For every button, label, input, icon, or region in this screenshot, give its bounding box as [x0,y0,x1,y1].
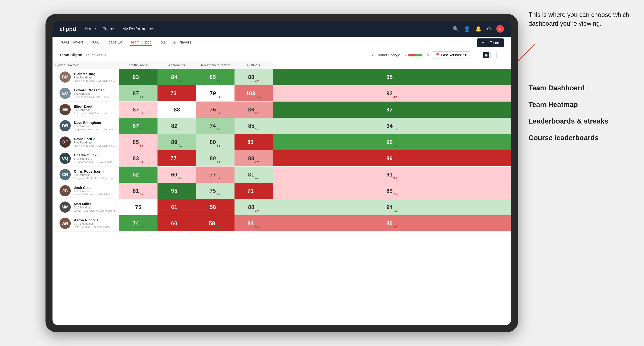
col-header-around-green[interactable]: Around the Green ▾ [196,61,234,69]
player-handicap: 1-5 Handicap [74,190,116,193]
player-name: Elliot Ebert [74,105,116,109]
table-container[interactable]: Player Quality ▾ Off the Tee ▾ Approach … [52,61,511,325]
last-rounds-label: Last Rounds: [441,53,462,57]
player-name: Edward Crossman [74,88,116,92]
score-change: 5▲ [393,112,398,115]
player-cell-0[interactable]: BM Blair McHarg Plus Handicap Royal Nort… [52,69,119,85]
player-cell-9[interactable]: AN Aaron Nicholls 11-15 Handicap Drift G… [52,215,119,231]
verified-icon: ✓ [93,138,95,141]
data-table-area: Player Quality ▾ Off the Tee ▾ Approach … [52,61,511,325]
player-cell-1[interactable]: EC Edward Crossman 1-5 Handicap Sunningd… [52,85,119,102]
download-icon[interactable]: ↓ [498,52,504,58]
player-handicap: 11-15 Handicap [74,222,110,225]
score-change: 3▼ [393,95,398,99]
player-cell-8[interactable]: MM Matt Miller 6-10 Handicap Woburn Golf… [52,199,119,215]
sub-nav-team-clippd[interactable]: Team Clippd [130,40,152,46]
player-name: Chris Robertson✓ [74,170,113,173]
score-change: 4▲ [178,128,182,131]
col-header-approach[interactable]: Approach ▾ [158,61,196,69]
grid-view-icon[interactable]: ⊞ [476,52,482,58]
player-name: Aaron Nicholls [74,218,110,222]
nav-my-performance[interactable]: My Performance [122,25,153,32]
bell-icon[interactable]: 🔔 [475,26,482,32]
score-cell-r3-c0: 87 4▲ [119,118,158,134]
nav-home[interactable]: Home [85,25,96,32]
round-change-area: 20 Round Change -5 +5 📅 Last Rounds: 20 … [372,51,504,59]
player-club: Royal North Devon Golf Club, United King… [74,193,116,196]
score-cell-r8-c4: 94 3▲ [273,199,511,215]
dashboard-option-team-dashboard[interactable]: Team Dashboard [528,84,634,92]
player-name: Matt Miller [74,202,115,206]
add-team-button[interactable]: Add Team [477,38,504,47]
dashboard-option-leaderboards---streaks[interactable]: Leaderboards & streaks [528,117,634,125]
score-change: 3▼ [216,177,221,180]
col-header-putting[interactable]: Putting ▾ [234,61,273,69]
player-name: Blair McHarg [74,72,116,76]
score-change: 3▼ [140,144,144,147]
player-club: Royal North Devon Golf Club, United King… [74,144,116,147]
user-avatar[interactable]: U [496,25,504,33]
search-icon[interactable]: 🔍 [452,26,459,32]
score-cell-r0-c1: 84 6▲ [158,69,196,85]
player-avatar: EE [60,104,71,115]
score-value: 80 [210,139,216,145]
score-value: 80 [210,155,216,162]
player-club: Sunningdale Golf Club, United Kingdom [74,112,116,115]
dashboard-options: Team DashboardTeam HeatmapLeaderboards &… [528,84,634,142]
score-change: 1▲ [216,128,221,131]
app-logo: clippd [60,26,76,32]
score-cell-r7-c0: 81 3▼ [119,183,158,199]
sub-nav-pga[interactable]: PGA [90,40,98,46]
sub-nav-hcaps[interactable]: Hcaps 1-5 [106,40,123,46]
score-cell-r5-c3: 83 6▼ [234,150,273,167]
score-cell-r9-c3: 84 21▲ [234,215,273,231]
last-rounds-button[interactable]: 📅 Last Rounds: 20 [432,51,471,59]
score-change: 3▲ [140,177,144,180]
score-change: 21▲ [254,225,260,229]
score-cell-r9-c1: 60 1▼ [158,215,196,231]
score-value: 87 [133,106,139,113]
settings-icon[interactable]: ⚙ [487,26,491,32]
list-view-icon[interactable]: ☰ [490,52,497,58]
dashboard-option-course-leaderboards[interactable]: Course leaderboards [528,134,634,142]
sub-nav-pgat[interactable]: PGAT Players [60,40,84,46]
player-info: Dave Billingham 1-5 Handicap Gog Magog G… [74,121,116,131]
score-cell-r6-c3: 81 4▲ [234,167,273,183]
score-value: 81 [248,172,254,178]
score-value: 82 [171,123,178,129]
player-cell-4[interactable]: DF David Ford✓ Plus Handicap Royal North… [52,134,119,150]
annotation-area: This is where you can choose which dashb… [528,10,634,151]
player-handicap: Plus Handicap [74,76,116,79]
score-cell-r1-c0: 87 1▲ [119,85,158,102]
score-value: 77 [210,172,216,178]
nav-teams[interactable]: Teams [103,25,115,32]
score-cell-r5-c1: 77 14▼ [158,150,196,167]
change-positive: +5 [425,53,429,57]
score-value: 75 [210,106,216,113]
score-value: 95 [386,74,393,80]
player-cell-7[interactable]: JC Josh Coles 1-5 Handicap Royal North D… [52,183,119,199]
player-cell-2[interactable]: EE Elliot Ebert 1-5 Handicap Sunningdale… [52,102,119,118]
sub-nav-all-players[interactable]: All Players [173,40,191,46]
player-cell-3[interactable]: DB Dave Billingham 1-5 Handicap Gog Mago… [52,118,119,134]
player-info: Charlie Quick✓ 6-10 Handicap St. George'… [74,153,116,163]
score-change: 10▼ [254,144,260,147]
player-cell-5[interactable]: CQ Charlie Quick✓ 6-10 Handicap St. Geor… [52,150,119,167]
score-value: 86 [386,155,393,162]
score-change: 6▼ [255,112,259,115]
player-club: Woburn Golf Club, United Kingdom [74,209,115,212]
table-row: EC Edward Crossman 1-5 Handicap Sunningd… [52,85,511,102]
heatmap-view-icon[interactable]: ▦ [483,52,489,58]
score-change: 2▼ [393,193,398,196]
player-handicap: 1-5 Handicap [74,125,116,128]
profile-icon[interactable]: 👤 [464,26,470,32]
score-cell-r8-c0: 75 [119,199,158,215]
player-club: St. George's Hill GC - Weybridge - Surre… [74,161,116,163]
score-cell-r6-c1: 60 2▲ [158,167,196,183]
sub-nav-tour[interactable]: Tour [158,40,166,46]
edit-icon[interactable]: ✏ [104,53,107,57]
player-avatar: DF [60,137,71,148]
player-cell-6[interactable]: CR Chris Robertson✓ 1-5 Handicap Craigmi… [52,167,119,183]
dashboard-option-team-heatmap[interactable]: Team Heatmap [528,101,634,109]
col-header-off-tee[interactable]: Off the Tee ▾ [119,61,158,69]
